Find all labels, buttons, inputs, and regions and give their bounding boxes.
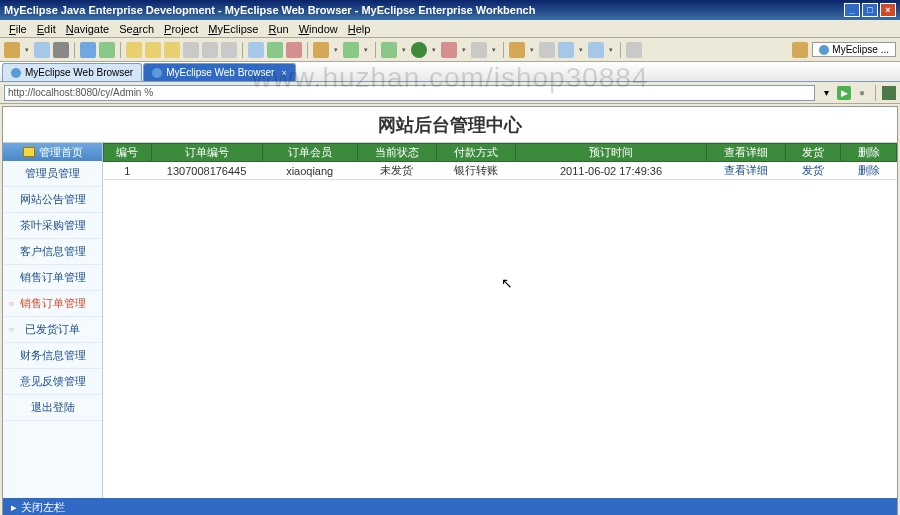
sidebar-item[interactable]: 已发货订单 xyxy=(3,317,102,343)
tool-icon[interactable] xyxy=(248,42,264,58)
debug-icon[interactable] xyxy=(381,42,397,58)
delete-link[interactable]: 删除 xyxy=(858,164,880,176)
bottom-bar[interactable]: ▸ 关闭左栏 xyxy=(3,498,897,515)
tab-label: MyEclipse Web Browser xyxy=(25,67,133,78)
dropdown-icon[interactable]: ▾ xyxy=(528,44,536,56)
menu-search[interactable]: Search xyxy=(114,23,159,35)
url-input[interactable]: http://localhost:8080/cy/Admin % xyxy=(4,85,815,101)
tool-icon[interactable] xyxy=(558,42,574,58)
tool-icon[interactable] xyxy=(80,42,96,58)
ship-link[interactable]: 发货 xyxy=(802,164,824,176)
sidebar-item[interactable]: 销售订单管理 xyxy=(3,265,102,291)
main-layout: 管理首页 管理员管理网站公告管理茶叶采购管理客户信息管理销售订单管理销售订单管理… xyxy=(3,143,897,515)
url-text: http://localhost:8080/cy/Admin % xyxy=(8,87,153,98)
separator xyxy=(120,42,121,58)
nav-button[interactable] xyxy=(882,86,896,100)
tool-icon[interactable] xyxy=(267,42,283,58)
close-tab-icon[interactable]: × xyxy=(281,68,286,78)
perspective-label: MyEclipse ... xyxy=(832,44,889,55)
dropdown-icon[interactable]: ▾ xyxy=(23,44,31,56)
tab-browser-1[interactable]: MyEclipse Web Browser xyxy=(2,63,142,81)
menu-file[interactable]: File xyxy=(4,23,32,35)
window-controls: _ □ × xyxy=(844,3,896,17)
sidebar-item[interactable]: 退出登陆 xyxy=(3,395,102,421)
sidebar-item[interactable]: 管理员管理 xyxy=(3,161,102,187)
dropdown-icon[interactable]: ▾ xyxy=(332,44,340,56)
dropdown-icon[interactable]: ▾ xyxy=(400,44,408,56)
table-cell: 1 xyxy=(104,162,152,180)
tab-browser-2[interactable]: MyEclipse Web Browser × xyxy=(143,63,295,81)
minimize-button[interactable]: _ xyxy=(844,3,860,17)
column-header: 删除 xyxy=(841,144,897,162)
menu-edit[interactable]: Edit xyxy=(32,23,61,35)
window-titlebar: MyEclipse Java Enterprise Development - … xyxy=(0,0,900,20)
tool-icon[interactable] xyxy=(626,42,642,58)
sidebar-item[interactable]: 茶叶采购管理 xyxy=(3,213,102,239)
sidebar-header[interactable]: 管理首页 xyxy=(3,143,102,161)
sidebar-item[interactable]: 网站公告管理 xyxy=(3,187,102,213)
tool-icon[interactable] xyxy=(441,42,457,58)
tool-icon[interactable] xyxy=(145,42,161,58)
menu-window[interactable]: Window xyxy=(294,23,343,35)
column-header: 当前状态 xyxy=(357,144,436,162)
menu-navigate[interactable]: Navigate xyxy=(61,23,114,35)
table-cell: 1307008176445 xyxy=(151,162,262,180)
tool-icon[interactable] xyxy=(99,42,115,58)
browser-icon xyxy=(11,68,21,78)
tool-icon[interactable] xyxy=(509,42,525,58)
sidebar-item[interactable]: 财务信息管理 xyxy=(3,343,102,369)
page-title: 网站后台管理中心 xyxy=(3,107,897,143)
menu-help[interactable]: Help xyxy=(343,23,376,35)
dropdown-icon[interactable]: ▾ xyxy=(460,44,468,56)
sidebar-item[interactable]: 意见反馈管理 xyxy=(3,369,102,395)
tool-icon[interactable] xyxy=(221,42,237,58)
separator xyxy=(375,42,376,58)
table-cell: 删除 xyxy=(841,162,897,180)
dropdown-icon[interactable]: ▾ xyxy=(490,44,498,56)
sidebar-item[interactable]: 销售订单管理 xyxy=(3,291,102,317)
tool-icon[interactable] xyxy=(286,42,302,58)
new-icon[interactable] xyxy=(4,42,20,58)
separator xyxy=(503,42,504,58)
menu-myeclipse[interactable]: MyEclipse xyxy=(203,23,263,35)
collapse-icon: ▸ xyxy=(11,501,17,514)
close-button[interactable]: × xyxy=(880,3,896,17)
tool-icon[interactable] xyxy=(313,42,329,58)
view-link[interactable]: 查看详细 xyxy=(724,164,768,176)
tool-icon[interactable] xyxy=(343,42,359,58)
editor-tabbar: MyEclipse Web Browser MyEclipse Web Brow… xyxy=(0,62,900,82)
tool-icon[interactable] xyxy=(202,42,218,58)
column-header: 订单编号 xyxy=(151,144,262,162)
maximize-button[interactable]: □ xyxy=(862,3,878,17)
table-cell: 银行转账 xyxy=(437,162,516,180)
save-all-icon[interactable] xyxy=(53,42,69,58)
nav-button[interactable]: ● xyxy=(855,86,869,100)
myeclipse-icon xyxy=(819,45,829,55)
go-button[interactable]: ▶ xyxy=(837,86,851,100)
dropdown-icon[interactable]: ▾ xyxy=(607,44,615,56)
dropdown-icon[interactable]: ▾ xyxy=(362,44,370,56)
tool-icon[interactable] xyxy=(183,42,199,58)
tool-icon[interactable] xyxy=(471,42,487,58)
tool-icon[interactable] xyxy=(126,42,142,58)
sidebar: 管理首页 管理员管理网站公告管理茶叶采购管理客户信息管理销售订单管理销售订单管理… xyxy=(3,143,103,515)
separator xyxy=(307,42,308,58)
column-header: 编号 xyxy=(104,144,152,162)
run-icon[interactable] xyxy=(411,42,427,58)
tool-icon[interactable] xyxy=(588,42,604,58)
dropdown-icon[interactable]: ▾ xyxy=(819,86,833,100)
sidebar-item[interactable]: 客户信息管理 xyxy=(3,239,102,265)
dropdown-icon[interactable]: ▾ xyxy=(577,44,585,56)
perspective-button[interactable]: MyEclipse ... xyxy=(812,42,896,57)
save-icon[interactable] xyxy=(34,42,50,58)
tool-icon[interactable] xyxy=(539,42,555,58)
menu-project[interactable]: Project xyxy=(159,23,203,35)
perspective-icon[interactable] xyxy=(792,42,808,58)
column-header: 订单会员 xyxy=(262,144,357,162)
browser-content: 网站后台管理中心 管理首页 管理员管理网站公告管理茶叶采购管理客户信息管理销售订… xyxy=(2,106,898,515)
browser-icon xyxy=(152,68,162,78)
tab-label: MyEclipse Web Browser xyxy=(166,67,274,78)
menu-run[interactable]: Run xyxy=(263,23,293,35)
tool-icon[interactable] xyxy=(164,42,180,58)
dropdown-icon[interactable]: ▾ xyxy=(430,44,438,56)
